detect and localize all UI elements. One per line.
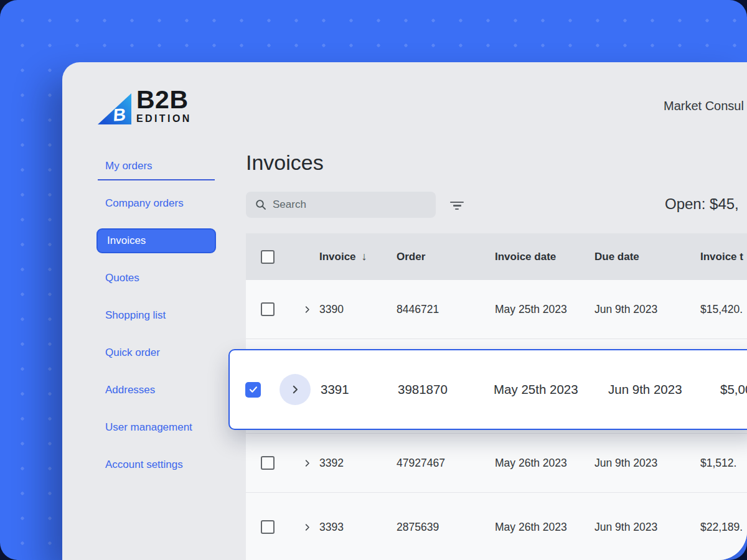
expand-row-button[interactable] bbox=[301, 521, 313, 533]
table-row[interactable]: 3390 8446721 May 25th 2023 Jun 9th 2023 … bbox=[246, 280, 747, 339]
chevron-right-icon bbox=[303, 305, 312, 314]
select-all-checkbox[interactable] bbox=[261, 250, 275, 264]
account-company-label[interactable]: Market Consul bbox=[664, 99, 744, 113]
cell-order[interactable]: 8446721 bbox=[397, 303, 495, 316]
cell-order[interactable]: 3981870 bbox=[398, 382, 494, 397]
cell-due-date: Jun 9th 2023 bbox=[594, 457, 700, 470]
cell-invoice[interactable]: 3390 bbox=[319, 303, 397, 316]
logo-subtitle: EDITION bbox=[136, 113, 192, 124]
cell-due-date: Jun 9th 2023 bbox=[608, 382, 720, 397]
sidebar-item-user-management[interactable]: User management bbox=[96, 409, 216, 446]
table-row[interactable]: 3393 2875639 May 26th 2023 Jun 9th 2023 … bbox=[246, 493, 747, 560]
cell-invoice-date: May 25th 2023 bbox=[495, 303, 594, 316]
row-checkbox[interactable] bbox=[261, 520, 275, 534]
b2b-edition-logo: B B2B EDITION bbox=[98, 90, 192, 124]
cell-invoice-date: May 26th 2023 bbox=[495, 521, 594, 534]
cell-invoice-total: $1,512. bbox=[700, 457, 747, 470]
sidebar-item-addresses[interactable]: Addresses bbox=[96, 371, 216, 409]
logo-letter: B bbox=[113, 106, 126, 124]
sort-descending-icon[interactable]: ↓ bbox=[362, 250, 367, 263]
expand-row-button[interactable] bbox=[301, 457, 313, 469]
cell-invoice-total: $15,420. bbox=[700, 303, 747, 316]
row-checkbox-checked[interactable] bbox=[245, 382, 261, 398]
sidebar-divider bbox=[98, 179, 215, 180]
cell-order[interactable]: 47927467 bbox=[397, 457, 495, 470]
cell-invoice-total: $5,00 bbox=[720, 382, 747, 397]
sidebar-item-company-orders[interactable]: Company orders bbox=[96, 185, 216, 222]
table-row[interactable]: 3392 47927467 May 26th 2023 Jun 9th 2023… bbox=[246, 434, 747, 493]
screen: B B2B EDITION Market Consul My orders Co… bbox=[0, 0, 747, 560]
sidebar-item-invoices-active[interactable]: Invoices bbox=[96, 228, 216, 253]
sidebar-item-invoices: Invoices bbox=[96, 222, 216, 259]
logo-title: B2B bbox=[136, 90, 192, 110]
cell-invoice[interactable]: 3391 bbox=[321, 382, 398, 397]
cell-due-date: Jun 9th 2023 bbox=[594, 303, 700, 316]
sidebar-nav: My orders Company orders Invoices Quotes… bbox=[96, 147, 216, 483]
chevron-right-icon bbox=[289, 384, 301, 395]
column-header-invoice-date[interactable]: Invoice date bbox=[495, 251, 594, 263]
open-balance-summary: Open: $45, bbox=[665, 195, 739, 213]
chevron-right-icon bbox=[303, 459, 312, 468]
expand-row-button[interactable] bbox=[301, 303, 313, 315]
search-icon bbox=[255, 199, 266, 210]
search-box[interactable] bbox=[246, 192, 436, 218]
column-header-order[interactable]: Order bbox=[397, 251, 495, 263]
table-row-selected[interactable]: 3391 3981870 May 25th 2023 Jun 9th 2023 … bbox=[228, 349, 747, 430]
cell-due-date: Jun 9th 2023 bbox=[594, 521, 700, 534]
chevron-right-icon bbox=[303, 523, 312, 532]
filter-icon[interactable] bbox=[449, 202, 464, 210]
column-header-due-date[interactable]: Due date bbox=[594, 251, 700, 263]
logo-triangle-icon: B bbox=[98, 93, 131, 124]
cell-invoice[interactable]: 3392 bbox=[319, 457, 397, 470]
cell-invoice-date: May 25th 2023 bbox=[494, 382, 608, 397]
page-title: Invoices bbox=[246, 151, 324, 175]
row-checkbox[interactable] bbox=[261, 456, 275, 470]
sidebar-item-account-settings[interactable]: Account settings bbox=[96, 446, 216, 483]
search-input[interactable] bbox=[273, 198, 422, 211]
app-window: B B2B EDITION Market Consul My orders Co… bbox=[62, 62, 747, 560]
expand-row-button[interactable] bbox=[280, 374, 311, 405]
table-header: Invoice ↓ Order Invoice date Due date In… bbox=[246, 233, 747, 280]
row-checkbox[interactable] bbox=[261, 302, 275, 316]
cell-invoice-total: $22,189. bbox=[700, 521, 747, 534]
cell-order[interactable]: 2875639 bbox=[397, 521, 495, 534]
column-header-invoice[interactable]: Invoice ↓ bbox=[319, 250, 397, 263]
cell-invoice[interactable]: 3393 bbox=[319, 521, 397, 534]
column-header-invoice-total[interactable]: Invoice t bbox=[700, 251, 747, 263]
sidebar-item-quotes[interactable]: Quotes bbox=[96, 259, 216, 297]
cell-invoice-date: May 26th 2023 bbox=[495, 457, 594, 470]
sidebar-item-shopping-list[interactable]: Shopping list bbox=[96, 297, 216, 334]
sidebar-item-quick-order[interactable]: Quick order bbox=[96, 334, 216, 371]
check-icon bbox=[248, 385, 258, 394]
